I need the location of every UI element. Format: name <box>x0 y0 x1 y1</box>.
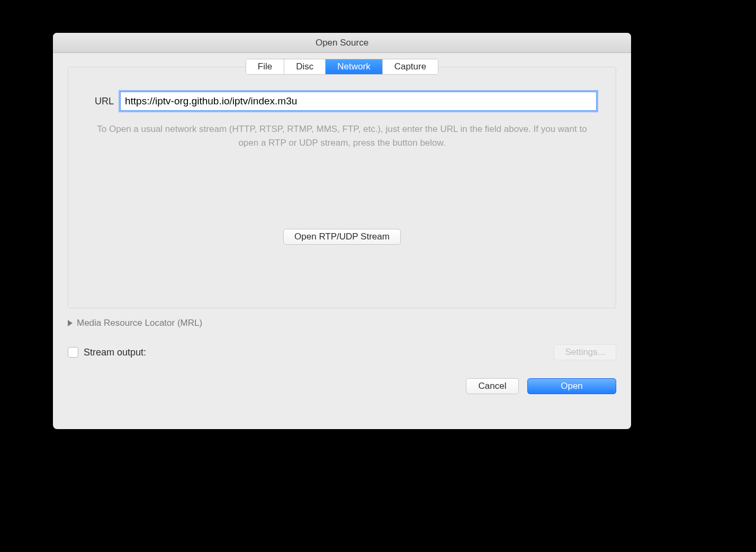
url-input[interactable] <box>120 92 597 111</box>
url-field-wrap <box>120 92 597 111</box>
url-row: URL <box>87 92 597 111</box>
source-tabs: File Disc Network Capture <box>246 59 438 75</box>
url-hint-text: To Open a usual network stream (HTTP, RT… <box>87 122 597 149</box>
open-source-dialog: Open Source File Disc Network Capture UR… <box>53 33 631 429</box>
stream-output-label: Stream output: <box>84 347 146 358</box>
tab-network[interactable]: Network <box>326 59 382 74</box>
url-label: URL <box>87 96 114 107</box>
open-button[interactable]: Open <box>527 378 616 394</box>
tab-file[interactable]: File <box>246 59 284 74</box>
tab-capture[interactable]: Capture <box>383 59 438 74</box>
tab-disc[interactable]: Disc <box>284 59 326 74</box>
stream-output-row: Stream output: Settings... <box>68 344 616 360</box>
dialog-footer: Cancel Open <box>68 378 616 394</box>
stream-output-checkbox[interactable] <box>68 347 78 358</box>
stream-settings-button: Settings... <box>554 344 616 360</box>
open-rtp-udp-button[interactable]: Open RTP/UDP Stream <box>283 229 401 245</box>
dialog-content: File Disc Network Capture URL To Open a … <box>53 53 631 429</box>
window-title: Open Source <box>53 33 631 53</box>
mrl-disclosure[interactable]: Media Resource Locator (MRL) <box>68 318 616 328</box>
rtp-button-wrap: Open RTP/UDP Stream <box>87 229 597 245</box>
network-panel: URL To Open a usual network stream (HTTP… <box>68 67 616 308</box>
stream-output-left: Stream output: <box>68 347 146 358</box>
mrl-disclosure-label: Media Resource Locator (MRL) <box>77 318 202 328</box>
cancel-button[interactable]: Cancel <box>466 378 519 394</box>
disclosure-triangle-icon <box>68 320 73 326</box>
